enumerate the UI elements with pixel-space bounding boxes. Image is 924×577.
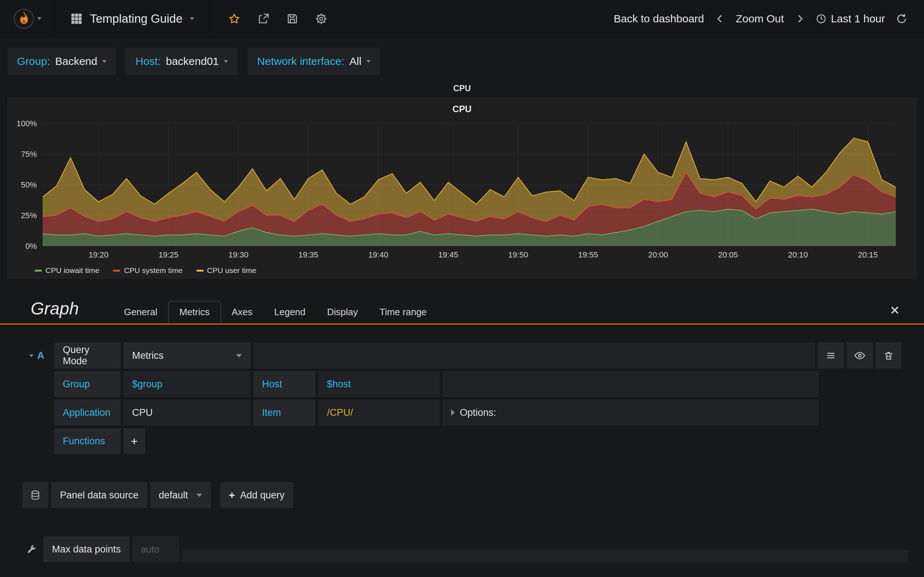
chevron-down-icon (224, 60, 228, 63)
template-variables: Group: Backend Host: backend01 Network i… (0, 37, 924, 75)
time-range-picker[interactable]: Last 1 hour (816, 13, 885, 25)
close-icon (889, 305, 900, 316)
max-data-points-input[interactable] (141, 544, 171, 555)
graph-panel: CPU 0%25%50%75%100%19:2019:2519:3019:351… (8, 98, 916, 279)
favorite-star-button[interactable] (228, 12, 241, 25)
variable-host-dropdown[interactable]: Host: backend01 (126, 48, 237, 75)
query-menu-button[interactable] (818, 343, 844, 369)
query-row-filler (254, 343, 815, 369)
svg-text:19:25: 19:25 (158, 250, 178, 259)
item-input[interactable]: /CPU/ (318, 400, 439, 425)
caret-down-icon (29, 355, 34, 357)
variable-label: Host: (135, 55, 161, 68)
tab-general[interactable]: General (113, 301, 168, 324)
grafana-flame-icon (13, 8, 34, 29)
max-data-points-field[interactable] (132, 536, 179, 562)
svg-text:19:35: 19:35 (299, 250, 318, 259)
tab-display[interactable]: Display (316, 301, 368, 324)
add-query-label: Add query (240, 490, 284, 501)
shift-time-back-button[interactable] (715, 14, 725, 24)
refresh-button[interactable] (896, 13, 908, 24)
variable-value: All (349, 55, 361, 68)
datasource-row: Panel data source default + Add query (23, 482, 901, 508)
item-label: Item (254, 400, 315, 425)
eye-icon (854, 350, 866, 361)
svg-text:100%: 100% (16, 119, 37, 128)
tab-axes[interactable]: Axes (221, 301, 263, 324)
add-query-button[interactable]: + Add query (220, 482, 294, 508)
plus-icon: + (229, 489, 235, 501)
svg-text:20:00: 20:00 (648, 250, 668, 259)
tab-metrics[interactable]: Metrics (168, 301, 221, 324)
close-editor-button[interactable] (889, 305, 900, 324)
query-mode-label: Query Mode (54, 343, 121, 369)
query-row-a: A Query Mode Metrics (23, 343, 901, 369)
variable-netif-dropdown[interactable]: Network interface: All (247, 48, 380, 75)
editor-tabs: GeneralMetricsAxesLegendDisplayTime rang… (113, 301, 438, 324)
tab-legend[interactable]: Legend (263, 301, 317, 324)
grid-icon (70, 13, 82, 25)
query-mode-value: Metrics (132, 350, 163, 361)
svg-text:19:40: 19:40 (368, 250, 388, 259)
chevron-down-icon (366, 60, 371, 63)
query-ref-id: A (37, 350, 44, 361)
time-range-label: Last 1 hour (831, 13, 885, 25)
tab-time-range[interactable]: Time range (369, 301, 438, 324)
save-icon (286, 13, 299, 25)
datasource-select[interactable]: default (150, 482, 211, 508)
application-input[interactable]: CPU (123, 400, 250, 425)
svg-text:19:45: 19:45 (438, 250, 458, 259)
query-row-functions: Functions + (23, 428, 819, 454)
dashboard-title: Templating Guide (90, 12, 183, 26)
dashboard-row-title[interactable]: CPU (0, 84, 924, 93)
panel-title[interactable]: CPU (8, 98, 916, 118)
panel-type-title: Graph (31, 298, 113, 324)
legend-label: CPU iowait time (45, 266, 99, 275)
variable-group-dropdown[interactable]: Group: Backend (8, 48, 116, 75)
zoom-out-button[interactable]: Zoom Out (736, 13, 784, 25)
legend-item[interactable]: CPU iowait time (35, 266, 99, 275)
query-row-group-host: Group $group Host $host (23, 371, 819, 397)
legend-label: CPU system time (124, 266, 182, 275)
panel-datasource-label: Panel data source (51, 482, 147, 508)
grafana-logo[interactable] (0, 0, 55, 37)
host-input[interactable]: $host (318, 371, 439, 397)
settings-button[interactable] (315, 13, 327, 25)
svg-text:19:20: 19:20 (89, 250, 108, 259)
dashboard-title-menu[interactable]: Templating Guide (55, 0, 209, 37)
query-mode-select[interactable]: Metrics (123, 343, 250, 369)
svg-text:20:10: 20:10 (788, 250, 808, 259)
back-to-dashboard-button[interactable]: Back to dashboard (614, 13, 704, 25)
shift-time-forward-button[interactable] (795, 14, 805, 24)
collapse-query-button[interactable]: A (23, 343, 51, 369)
svg-text:19:55: 19:55 (578, 250, 598, 259)
cpu-chart[interactable]: 0%25%50%75%100%19:2019:2519:3019:3519:40… (8, 118, 916, 263)
database-icon (30, 490, 41, 501)
panel-editor: Graph GeneralMetricsAxesLegendDisplayTim… (0, 298, 924, 562)
clock-icon (816, 13, 827, 24)
svg-text:19:30: 19:30 (228, 250, 248, 259)
delete-query-button[interactable] (876, 343, 901, 369)
refresh-icon (896, 13, 908, 24)
chevron-right-icon (795, 14, 805, 24)
add-function-button[interactable]: + (123, 428, 145, 454)
legend-item[interactable]: CPU user time (196, 266, 257, 275)
chevron-down-icon (102, 60, 107, 63)
query-row-filler (443, 371, 819, 397)
star-icon (228, 12, 241, 25)
toggle-query-visibility-button[interactable] (847, 343, 873, 369)
options-toggle[interactable]: Options: (443, 400, 819, 425)
save-button[interactable] (286, 13, 299, 25)
svg-text:0%: 0% (25, 242, 37, 251)
legend-item[interactable]: CPU system time (113, 266, 182, 275)
metrics-options-icon-cell (23, 536, 40, 562)
share-button[interactable] (257, 13, 270, 25)
query-editor: A Query Mode Metrics (0, 343, 924, 454)
chevron-down-icon (236, 354, 242, 357)
host-label: Host (254, 371, 315, 397)
group-input[interactable]: $group (123, 371, 250, 397)
legend-swatch (196, 270, 204, 272)
svg-text:20:15: 20:15 (858, 250, 878, 259)
svg-text:50%: 50% (21, 180, 37, 189)
svg-text:25%: 25% (21, 211, 37, 220)
